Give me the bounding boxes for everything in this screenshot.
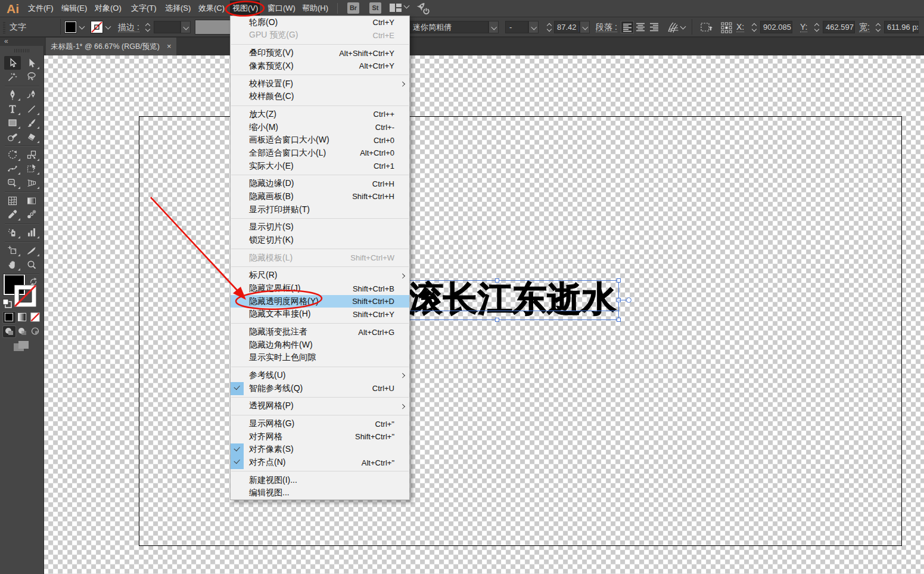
shaper-tool[interactable] bbox=[4, 130, 21, 144]
stroke-color-chevron[interactable] bbox=[104, 21, 113, 33]
menu-item-21[interactable]: 隐藏文本串接(H)Shift+Ctrl+Y bbox=[231, 308, 409, 321]
curvature-tool[interactable] bbox=[23, 88, 40, 102]
stroke-weight-label[interactable]: 描边 : bbox=[118, 17, 139, 36]
magic-wand-tool[interactable] bbox=[4, 70, 21, 84]
tab-close-icon[interactable]: × bbox=[167, 38, 172, 55]
pen-tool[interactable] bbox=[4, 88, 21, 102]
zoom-tool[interactable] bbox=[23, 257, 40, 271]
shape-builder-tool[interactable] bbox=[4, 176, 21, 190]
scale-tool[interactable] bbox=[23, 148, 40, 162]
direct-selection-tool[interactable] bbox=[23, 56, 40, 70]
menu-item-6[interactable]: 校样颜色(C) bbox=[231, 90, 409, 103]
handle-bottom-mid[interactable] bbox=[495, 318, 499, 322]
arrange-documents-icon[interactable] bbox=[390, 4, 404, 14]
menu-item-18[interactable]: 标尺(R) bbox=[231, 269, 409, 283]
stock-button[interactable]: St bbox=[369, 2, 381, 14]
stroke-weight-stepper[interactable] bbox=[144, 21, 153, 33]
align-center-button[interactable] bbox=[634, 21, 648, 33]
none-mode-button[interactable] bbox=[29, 312, 42, 323]
canvas-area[interactable]: 滚长江东逝水 bbox=[44, 55, 924, 574]
gradient-tool[interactable] bbox=[23, 194, 40, 207]
x-field[interactable]: 902.085 px bbox=[760, 21, 792, 33]
menu-item-31[interactable]: 对齐点(N)Alt+Ctrl+" bbox=[231, 456, 409, 469]
font-size-dropdown[interactable] bbox=[580, 21, 590, 33]
menu-item-13[interactable]: 隐藏画板(B)Shift+Ctrl+H bbox=[231, 190, 409, 203]
menu-item-14[interactable]: 显示打印拼贴(T) bbox=[231, 203, 409, 216]
stroke-proxy[interactable] bbox=[14, 285, 36, 307]
menu-item-5[interactable]: 校样设置(F) bbox=[231, 77, 409, 91]
menubar-item-5[interactable]: 选择(S) bbox=[165, 0, 191, 17]
toolbar-collapse-button[interactable]: « bbox=[0, 38, 44, 46]
width-stepper[interactable] bbox=[874, 21, 883, 33]
align-right-button[interactable] bbox=[648, 21, 661, 33]
artboard-tool[interactable] bbox=[4, 244, 21, 257]
stroke-weight-dropdown[interactable] bbox=[181, 21, 191, 33]
menubar-item-3[interactable]: 对象(O) bbox=[95, 0, 122, 17]
font-style-field[interactable]: - bbox=[505, 21, 528, 33]
menu-item-15[interactable]: 显示切片(S) bbox=[231, 221, 409, 234]
free-transform-tool[interactable] bbox=[23, 162, 40, 176]
menu-item-9[interactable]: 画板适合窗口大小(W)Ctrl+0 bbox=[231, 134, 409, 147]
illustrator-logo[interactable]: Ai bbox=[7, 1, 19, 17]
screen-mode-icon[interactable] bbox=[13, 340, 31, 353]
bridge-button[interactable]: Br bbox=[347, 2, 359, 14]
menu-item-10[interactable]: 全部适合窗口大小(L)Alt+Ctrl+0 bbox=[231, 147, 409, 160]
transform-widget-icon[interactable] bbox=[700, 21, 714, 33]
menu-item-1[interactable]: 轮廓(O)Ctrl+Y bbox=[231, 16, 409, 29]
lasso-tool[interactable] bbox=[23, 70, 40, 84]
menu-item-24[interactable]: 显示实时上色间隙 bbox=[231, 351, 409, 364]
color-mode-button[interactable] bbox=[3, 312, 15, 323]
perspective-grid-tool[interactable] bbox=[23, 176, 40, 190]
hand-tool[interactable] bbox=[4, 257, 21, 271]
type-tool[interactable] bbox=[4, 102, 21, 116]
menu-item-23[interactable]: 隐藏边角构件(W) bbox=[231, 339, 409, 352]
document-tab[interactable]: 未标题-1* @ 66.67% (RGB/预览)× bbox=[46, 38, 176, 55]
menubar-item-7[interactable]: 视图(V) bbox=[232, 0, 258, 17]
x-stepper[interactable] bbox=[750, 21, 759, 33]
width-tool[interactable] bbox=[4, 162, 21, 176]
menu-item-22[interactable]: 隐藏渐变批注者Alt+Ctrl+G bbox=[231, 325, 409, 339]
font-style-dropdown[interactable] bbox=[528, 21, 539, 33]
blend-tool[interactable] bbox=[23, 208, 40, 222]
mesh-tool[interactable] bbox=[4, 194, 21, 207]
menu-item-4[interactable]: 像素预览(X)Alt+Ctrl+Y bbox=[231, 60, 409, 73]
y-field[interactable]: 462.597 px bbox=[823, 21, 855, 33]
arrange-documents-chevron[interactable] bbox=[403, 0, 411, 13]
gpu-performance-icon[interactable] bbox=[415, 1, 431, 17]
menu-item-7[interactable]: 放大(Z)Ctrl++ bbox=[231, 108, 409, 121]
menu-item-19[interactable]: 隐藏定界框(J)Shift+Ctrl+B bbox=[231, 282, 409, 295]
toolbar-grip[interactable] bbox=[14, 49, 30, 52]
align-left-button[interactable] bbox=[621, 21, 634, 33]
handle-top-mid[interactable] bbox=[495, 278, 499, 283]
symbol-sprayer-tool[interactable] bbox=[4, 226, 21, 240]
menu-item-12[interactable]: 隐藏边缘(D)Ctrl+H bbox=[231, 177, 409, 190]
rotate-tool[interactable] bbox=[4, 148, 21, 162]
draw-behind-button[interactable] bbox=[16, 326, 29, 337]
menu-item-16[interactable]: 锁定切片(K) bbox=[231, 234, 409, 247]
menu-item-26[interactable]: 智能参考线(Q)Ctrl+U bbox=[231, 382, 409, 395]
menubar-item-4[interactable]: 文字(T) bbox=[131, 0, 157, 17]
default-fill-stroke-icon[interactable] bbox=[2, 299, 13, 309]
font-size-stepper[interactable] bbox=[545, 21, 554, 33]
menu-item-29[interactable]: 对齐网格Shift+Ctrl+" bbox=[231, 430, 409, 443]
font-size-field[interactable]: 87.42 pt bbox=[554, 21, 580, 33]
column-graph-tool[interactable] bbox=[23, 226, 40, 240]
handle-top-right[interactable] bbox=[617, 278, 621, 283]
menu-item-32[interactable]: 新建视图(I)... bbox=[231, 474, 409, 487]
artboard-text[interactable]: 滚长江东逝水 bbox=[409, 281, 616, 317]
stroke-color-swatch[interactable] bbox=[91, 21, 103, 33]
menubar-item-6[interactable]: 效果(C) bbox=[198, 0, 225, 17]
menu-item-11[interactable]: 实际大小(E)Ctrl+1 bbox=[231, 160, 409, 173]
handle-bottom-right[interactable] bbox=[617, 318, 621, 322]
x-label[interactable]: X: bbox=[736, 17, 744, 36]
menu-item-33[interactable]: 编辑视图... bbox=[231, 487, 409, 500]
width-profile-dropdown[interactable] bbox=[195, 20, 231, 35]
eraser-tool[interactable] bbox=[23, 130, 40, 144]
rotate-handle[interactable] bbox=[626, 297, 631, 303]
menu-item-8[interactable]: 缩小(M)Ctrl+- bbox=[231, 121, 409, 134]
font-family-dropdown[interactable] bbox=[489, 21, 499, 33]
envelope-warp-chevron[interactable] bbox=[679, 21, 687, 33]
reference-point-locator[interactable] bbox=[721, 22, 732, 33]
menu-item-30[interactable]: 对齐像素(S) bbox=[231, 443, 409, 457]
paragraph-label[interactable]: 段落 : bbox=[596, 17, 617, 36]
